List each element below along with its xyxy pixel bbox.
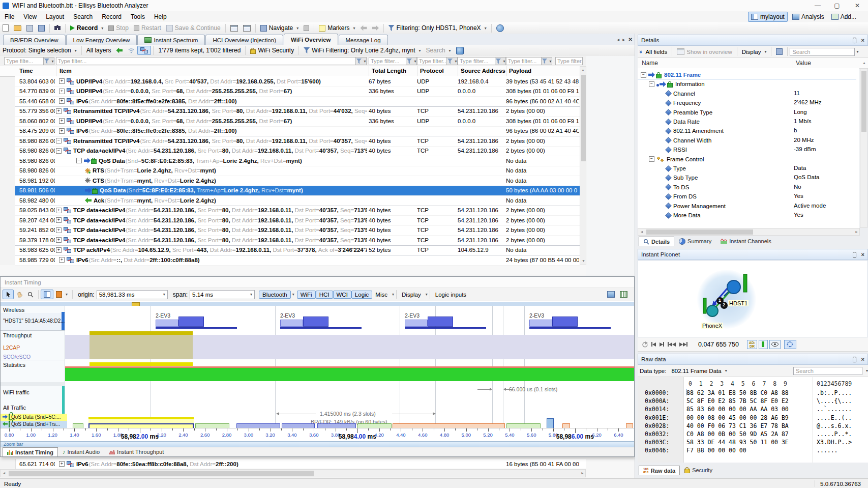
open-file-button[interactable] [11, 24, 24, 32]
traffic-bar[interactable] [236, 423, 280, 428]
bottom-tab-instant-throughput[interactable]: Instant Throughput [104, 447, 168, 456]
table-vscrollbar[interactable]: ▲ ▼ [580, 66, 586, 265]
minimize-button[interactable]: — [808, 2, 827, 9]
rawdata-search-input[interactable]: Search [793, 367, 862, 375]
details-tree-row[interactable]: To DS [638, 183, 689, 192]
rawdata-search-dropdown[interactable]: ▾ [866, 368, 868, 373]
rawdata-close-icon[interactable]: × [861, 357, 864, 362]
filter-input-1[interactable]: Type filter... [56, 57, 359, 65]
markers-dropdown[interactable]: ▾ [353, 26, 355, 31]
live-update-button[interactable] [617, 290, 630, 299]
details-col-value[interactable]: Value [796, 60, 811, 67]
piconet-close-icon[interactable]: × [861, 252, 864, 257]
navigate-button[interactable]: Navigate▾ [258, 23, 301, 33]
filter-funnel-button-0[interactable]: ▾ [43, 57, 54, 65]
row-expander[interactable]: + [59, 78, 65, 84]
row-expander[interactable]: − [76, 158, 82, 163]
help-web-button[interactable] [494, 23, 506, 33]
table-row[interactable]: 58.475 209 000+IPv6(Src Addr=80fe::8f5e:… [15, 126, 580, 137]
panel-tab-instant-channels[interactable]: Instant Channels [716, 237, 776, 246]
toggle-bluetooth[interactable]: Bluetooth [259, 291, 291, 299]
table-row[interactable]: 58.982 480 000Ack(Snd+Trsm=mynt, Rcv+Dst… [15, 195, 580, 206]
zoom-tool-button[interactable] [25, 291, 36, 299]
details-tree-row[interactable]: 802.11 Amendment [638, 126, 724, 135]
bottom-tab-instant-audio[interactable]: ♪Instant Audio [58, 447, 104, 456]
hex-row-bytes[interactable]: 85 83 60 00 00 00 AA AA 03 00 [686, 406, 789, 413]
hex-row-bytes[interactable]: 5C 8F E0 E2 85 7B 5C 8F E0 E2 [686, 397, 789, 405]
wifi-security-button[interactable]: WiFi Security [248, 46, 296, 55]
marker-set-button[interactable] [228, 24, 241, 33]
traffic-bar[interactable] [88, 423, 194, 428]
select-tool-button[interactable] [3, 290, 14, 299]
details-tree-row[interactable]: More Data [638, 211, 701, 220]
details-tree-row[interactable]: RSSI [638, 145, 687, 154]
filter-funnel-button-1[interactable]: ▾ [355, 57, 367, 65]
traffic-bar[interactable] [506, 423, 541, 428]
search-options-button[interactable] [454, 46, 466, 55]
details-tree-row[interactable]: Channel Width [638, 136, 711, 145]
details-tree-row[interactable]: From DS [638, 192, 697, 201]
filter-input-3[interactable]: Type filter... [417, 57, 450, 65]
table-row[interactable]: 58.980 826 000−TCP data+ack/IPv4(Src Add… [15, 146, 580, 157]
instant-timing-title[interactable]: Instant Timing [1, 277, 634, 288]
traffic-bar[interactable] [282, 423, 315, 428]
table-row[interactable]: 54.770 839 000+UDP/IPv4(Src Addr=0.0.0.0… [15, 87, 580, 97]
traffic-bar[interactable] [317, 423, 356, 428]
toggle-wifi[interactable]: WiFi [297, 291, 316, 299]
filtering-button[interactable]: Filtering: Only HDST1, PhoneX▾ [386, 23, 489, 33]
network-layer-button[interactable] [137, 46, 151, 55]
timing-zoom-bar[interactable]: Zoom bar [1, 441, 634, 447]
details-scroll-up[interactable]: ▲ [862, 60, 866, 67]
ev3-bar-light[interactable] [280, 320, 303, 327]
table-row[interactable]: 59.379 178 000+TCP data+ack/IPv4(Src Add… [15, 235, 580, 246]
tab-br-edr-overview[interactable]: BR/EDR Overview [3, 35, 66, 45]
hex-row-bytes[interactable]: 58 33 DE 44 48 93 50 11 00 3E [686, 439, 789, 446]
export-button[interactable] [36, 24, 47, 33]
details-tree-row[interactable]: Data Rate [638, 117, 700, 126]
table-hscrollbar[interactable]: ◄ ► [0, 469, 586, 477]
row-expander[interactable]: + [59, 128, 65, 134]
filter-input-2[interactable]: Type filter... [369, 57, 409, 65]
export-image-button[interactable] [605, 290, 617, 299]
row-expander[interactable]: + [59, 118, 65, 124]
bluetooth-dropdown[interactable]: ▾ [292, 292, 294, 297]
record-dropdown[interactable]: ▾ [101, 26, 103, 31]
tree-expander[interactable]: − [641, 72, 646, 78]
auto-arrange-toggle[interactable] [784, 340, 796, 349]
table-bottom-row[interactable]: 65.621 714 000+IPv6(Src Addr=80fe::50ea:… [15, 459, 586, 469]
row-expander[interactable]: + [56, 227, 62, 233]
column-header-item[interactable]: Item [59, 68, 72, 74]
piconet-canvas[interactable]: 1 2 HDST1 PhoneX [638, 260, 868, 337]
menu-view[interactable]: View [19, 12, 41, 21]
details-tree-row[interactable]: −802.11 Frame [638, 70, 856, 80]
details-tree-row[interactable]: Type [638, 164, 686, 173]
menu-file[interactable]: File [0, 12, 19, 21]
details-vscrollbar[interactable] [860, 68, 867, 228]
data-type-select[interactable]: 802.11 Frame Data▾ [669, 367, 729, 375]
marker-tool-button[interactable]: ▾ [53, 290, 70, 299]
search-field[interactable]: Search▾ [424, 46, 454, 55]
piconet-pin-icon[interactable] [853, 252, 856, 257]
navigate-extra-button[interactable] [301, 24, 312, 32]
details-tree-row[interactable]: −Frame Control [638, 155, 704, 164]
rawdata-tab-raw-data[interactable]: 101011Raw data [639, 466, 680, 475]
table-hscrollbar-thumb[interactable] [9, 471, 314, 476]
row-expander[interactable]: − [56, 148, 62, 154]
details-close-icon[interactable]: × [861, 38, 864, 43]
table-row[interactable]: 58.983 625 000+TCP ack/IPv4(Src Addr=104… [15, 245, 580, 256]
tab-scroll-right[interactable]: ► [622, 38, 626, 42]
addr-mode-toggle[interactable]: AD: DR [747, 340, 757, 349]
ev3-bar-light[interactable] [156, 320, 178, 327]
details-search-input[interactable]: Search [790, 48, 855, 56]
table-row[interactable]: 58.980 826 000RTS(Snd+Trsm=Lorie 2.4ghz,… [15, 166, 580, 177]
ev3-bar-light[interactable] [405, 320, 428, 327]
rewind-button[interactable] [668, 342, 676, 347]
traffic-bar[interactable] [357, 423, 392, 428]
details-pin-icon[interactable] [853, 38, 856, 43]
column-header-total-length[interactable]: Total Length [372, 68, 406, 74]
tab-instant-spectrum[interactable]: Instant Spectrum [137, 35, 205, 45]
save-button[interactable] [24, 24, 36, 33]
details-tree-row[interactable]: Channel [638, 89, 695, 98]
prev-marker-button[interactable] [358, 24, 370, 32]
rawdata-tab-security[interactable]: Security [680, 465, 717, 475]
